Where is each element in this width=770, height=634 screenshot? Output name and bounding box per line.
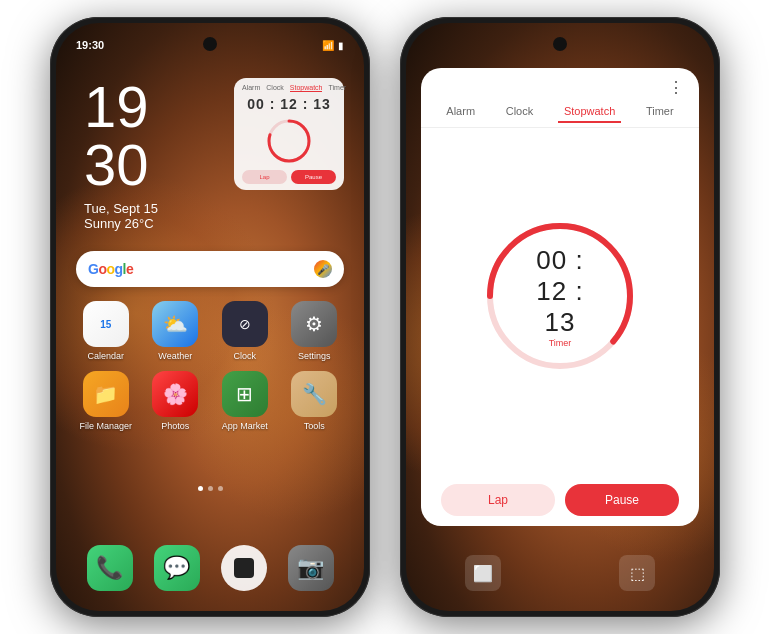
widget-buttons: Lap Pause [242, 170, 336, 184]
hour-display: 19 [84, 78, 149, 136]
widget-pause-button[interactable]: Pause [291, 170, 336, 184]
screenshot-icon[interactable]: ⬜ [465, 555, 501, 591]
bottom-nav: ⬜ ⬚ [406, 555, 714, 591]
settings-label: Settings [298, 351, 331, 361]
google-logo: Google [88, 261, 133, 277]
google-search-bar[interactable]: Google 🎤 [76, 251, 344, 287]
phone-2: ⋮ Alarm Clock Stopwatch Timer [400, 17, 720, 617]
tools-label: Tools [304, 421, 325, 431]
dock-messages[interactable]: 💬 [154, 545, 200, 591]
status-time: 19:30 [76, 39, 104, 51]
widget-circle [264, 116, 314, 166]
app-tools[interactable]: 🔧 Tools [285, 371, 345, 431]
mic-icon[interactable]: 🎤 [314, 260, 332, 278]
market-icon: ⊞ [222, 371, 268, 417]
dock-camera[interactable]: 📷 [288, 545, 334, 591]
share-icon[interactable]: ⬚ [619, 555, 655, 591]
widget-time: 00 : 12 : 13 [242, 96, 336, 112]
dot-3 [218, 486, 223, 491]
lap-button[interactable]: Lap [441, 484, 555, 516]
app-calendar[interactable]: 15 Calendar [76, 301, 136, 361]
calendar-label: Calendar [87, 351, 124, 361]
home-date: Tue, Sept 15 Sunny 26°C [84, 201, 158, 231]
app-clock[interactable]: ⊘ Clock [215, 301, 275, 361]
widget-lap-button[interactable]: Lap [242, 170, 287, 184]
app-photos[interactable]: 🌸 Photos [146, 371, 206, 431]
tools-icon: 🔧 [291, 371, 337, 417]
stopwatch-time-overlay: 00 : 12 : 13 Timer [520, 245, 600, 348]
widget-progress-ring [264, 116, 314, 166]
market-label: App Market [222, 421, 268, 431]
app-market[interactable]: ⊞ App Market [215, 371, 275, 431]
settings-icon: ⚙ [291, 301, 337, 347]
weather-icon: ⛅ [152, 301, 198, 347]
tab-alarm[interactable]: Alarm [440, 101, 481, 123]
clock-app-header: ⋮ [421, 68, 699, 97]
tab-stopwatch[interactable]: Stopwatch [558, 101, 621, 123]
wifi-icon: 📶 [322, 40, 334, 51]
dot-1 [198, 486, 203, 491]
pause-button[interactable]: Pause [565, 484, 679, 516]
stopwatch-buttons: Lap Pause [421, 474, 699, 526]
page-dots [56, 486, 364, 491]
more-options-icon[interactable]: ⋮ [668, 78, 685, 97]
phone-2-screen: ⋮ Alarm Clock Stopwatch Timer [406, 23, 714, 611]
stopwatch-display: 00 : 12 : 13 Timer [421, 128, 699, 474]
widget-tabs: Alarm Clock Stopwatch Timer [242, 84, 336, 92]
app-settings[interactable]: ⚙ Settings [285, 301, 345, 361]
phone-1-screen: 19:30 📶 ▮ 19 30 Tue, Sept 15 Sunny 26°C … [56, 23, 364, 611]
filemanager-icon: 📁 [83, 371, 129, 417]
widget-tab-clock[interactable]: Clock [266, 84, 284, 92]
battery-icon: ▮ [338, 40, 344, 51]
calendar-icon: 15 [83, 301, 129, 347]
phone-1-background: 19:30 📶 ▮ 19 30 Tue, Sept 15 Sunny 26°C … [56, 23, 364, 611]
widget-tab-alarm[interactable]: Alarm [242, 84, 260, 92]
app-weather[interactable]: ⛅ Weather [146, 301, 206, 361]
phone-2-background: ⋮ Alarm Clock Stopwatch Timer [406, 23, 714, 611]
home-clock: 19 30 [84, 78, 149, 194]
filemanager-label: File Manager [79, 421, 132, 431]
app-grid: 15 Calendar ⛅ Weather ⊘ Clock ⚙ Settings [76, 301, 344, 431]
tab-timer[interactable]: Timer [640, 101, 680, 123]
status-icons: 📶 ▮ [322, 40, 344, 51]
tab-clock[interactable]: Clock [500, 101, 540, 123]
phone-1: 19:30 📶 ▮ 19 30 Tue, Sept 15 Sunny 26°C … [50, 17, 370, 617]
clock-label: Clock [233, 351, 256, 361]
widget-tab-stopwatch[interactable]: Stopwatch [290, 84, 323, 92]
dot-2 [208, 486, 213, 491]
weather-label: Weather [158, 351, 192, 361]
timer-label: Timer [520, 338, 600, 348]
clock-app: ⋮ Alarm Clock Stopwatch Timer [421, 68, 699, 526]
photos-label: Photos [161, 421, 189, 431]
minute-display: 30 [84, 136, 149, 194]
p2-front-camera [553, 37, 567, 51]
clock-tabs: Alarm Clock Stopwatch Timer [421, 97, 699, 128]
clock-icon: ⊘ [222, 301, 268, 347]
dock-home[interactable] [221, 545, 267, 591]
app-filemanager[interactable]: 📁 File Manager [76, 371, 136, 431]
stopwatch-digits: 00 : 12 : 13 [520, 245, 600, 338]
photos-icon: 🌸 [152, 371, 198, 417]
stopwatch-widget[interactable]: Alarm Clock Stopwatch Timer 00 : 12 : 13… [234, 78, 344, 190]
stopwatch-circle: 00 : 12 : 13 Timer [480, 216, 640, 376]
dock-phone[interactable]: 📞 [87, 545, 133, 591]
dock: 📞 💬 📷 [76, 545, 344, 591]
widget-tab-timer[interactable]: Timer [328, 84, 346, 92]
front-camera [203, 37, 217, 51]
